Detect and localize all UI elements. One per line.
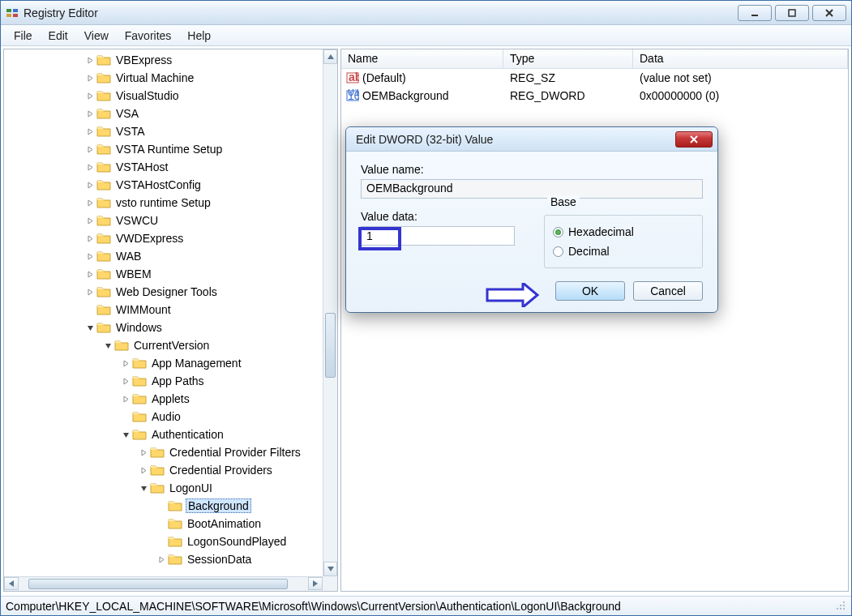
folder-icon: [168, 499, 182, 512]
list-row[interactable]: 01101001OEMBackgroundREG_DWORD0x00000000…: [341, 87, 848, 105]
scroll-left-arrow[interactable]: [4, 577, 19, 590]
tree-item-label: CurrentVersion: [132, 339, 211, 352]
tree-item-label: VSWCU: [114, 214, 160, 227]
expander-closed-icon[interactable]: [85, 162, 95, 172]
expander-closed-icon[interactable]: [139, 447, 148, 457]
tree-item[interactable]: VSTA Runtime Setup: [4, 140, 323, 158]
expander-closed-icon[interactable]: [85, 55, 95, 65]
tree-vscrollbar[interactable]: [323, 49, 337, 576]
minimize-button[interactable]: [738, 5, 772, 21]
scroll-down-arrow[interactable]: [323, 562, 337, 576]
expander-none: [156, 519, 166, 528]
expander-none: [121, 412, 131, 421]
menu-favorites[interactable]: Favorites: [118, 28, 178, 44]
expander-closed-icon[interactable]: [121, 376, 131, 386]
tree-item-label: SessionData: [186, 553, 253, 566]
column-data[interactable]: Data: [633, 49, 848, 68]
svg-text:1001: 1001: [348, 89, 359, 102]
tree-hscrollbar[interactable]: [4, 576, 323, 591]
expander-closed-icon[interactable]: [85, 251, 95, 261]
scroll-up-arrow[interactable]: [323, 49, 337, 64]
dialog-titlebar[interactable]: Edit DWORD (32-bit) Value: [346, 127, 717, 152]
tree-item[interactable]: VSTAHost: [4, 158, 323, 176]
tree-item[interactable]: VSWCU: [4, 212, 323, 229]
list-body[interactable]: ab(Default)REG_SZ(value not set)01101001…: [341, 69, 848, 105]
tree-item[interactable]: VSA: [4, 105, 323, 122]
expander-closed-icon[interactable]: [85, 91, 95, 101]
expander-closed-icon[interactable]: [85, 180, 95, 190]
column-name[interactable]: Name: [341, 49, 503, 68]
value-data-input[interactable]: [361, 226, 515, 246]
tree-item[interactable]: VSTAHostConfig: [4, 176, 323, 194]
tree-item[interactable]: LogonUI: [4, 479, 323, 497]
menu-view[interactable]: View: [78, 28, 115, 44]
tree-item[interactable]: App Management: [4, 354, 323, 372]
tree-item[interactable]: SessionData: [4, 550, 323, 568]
tree-item[interactable]: Audio: [4, 408, 323, 426]
expander-closed-icon[interactable]: [85, 73, 95, 83]
tree-item[interactable]: BootAnimation: [4, 515, 323, 533]
expander-closed-icon[interactable]: [85, 287, 95, 297]
expander-open-icon[interactable]: [85, 323, 95, 332]
base-group: Hexadecimal Decimal: [544, 215, 703, 268]
tree-item[interactable]: CurrentVersion: [4, 336, 323, 354]
folder-icon: [96, 143, 111, 156]
resize-grip[interactable]: [833, 598, 846, 614]
tree-item[interactable]: VSTA: [4, 122, 323, 140]
expander-open-icon[interactable]: [103, 340, 113, 350]
tree-item[interactable]: App Paths: [4, 372, 323, 390]
scroll-thumb-h[interactable]: [28, 579, 288, 589]
expander-closed-icon[interactable]: [156, 554, 166, 564]
tree-item[interactable]: VWDExpress: [4, 229, 323, 247]
column-type[interactable]: Type: [503, 49, 633, 68]
expander-closed-icon[interactable]: [85, 109, 95, 118]
menu-help[interactable]: Help: [181, 28, 217, 44]
value-name: OEMBackground: [362, 89, 449, 102]
tree-item[interactable]: VisualStudio: [4, 87, 323, 105]
expander-closed-icon[interactable]: [85, 216, 95, 225]
ok-button[interactable]: OK: [555, 281, 625, 301]
close-button[interactable]: [812, 5, 846, 21]
expander-open-icon[interactable]: [139, 483, 148, 493]
menu-edit[interactable]: Edit: [42, 28, 75, 44]
menu-file[interactable]: File: [7, 28, 39, 44]
tree-item[interactable]: Background: [4, 497, 323, 515]
expander-closed-icon[interactable]: [121, 394, 131, 404]
dialog-body: Value name: OEMBackground Value data: Ba…: [346, 152, 717, 312]
tree-item[interactable]: VBExpress: [4, 51, 323, 69]
string-value-icon: ab: [346, 71, 359, 84]
tree-item-label: VSTA: [114, 125, 147, 138]
expander-closed-icon[interactable]: [121, 358, 131, 368]
tree-item[interactable]: WAB: [4, 247, 323, 265]
dialog-close-button[interactable]: [675, 131, 713, 148]
tree-item[interactable]: Credential Providers: [4, 461, 323, 479]
expander-closed-icon[interactable]: [85, 233, 95, 243]
scroll-thumb[interactable]: [325, 313, 336, 378]
tree-item[interactable]: Applets: [4, 390, 323, 408]
tree-item[interactable]: WIMMount: [4, 301, 323, 319]
tree-item[interactable]: Windows: [4, 319, 323, 336]
svg-rect-2: [6, 14, 11, 17]
radio-dec[interactable]: Decimal: [553, 242, 694, 261]
radio-hex[interactable]: Hexadecimal: [553, 222, 694, 242]
expander-closed-icon[interactable]: [85, 269, 95, 279]
folder-icon: [150, 446, 165, 459]
tree-item[interactable]: Credential Provider Filters: [4, 443, 323, 461]
scroll-right-arrow[interactable]: [308, 577, 323, 590]
tree-item[interactable]: WBEM: [4, 265, 323, 283]
expander-closed-icon[interactable]: [85, 126, 95, 136]
tree-item[interactable]: Authentication: [4, 426, 323, 443]
tree-item[interactable]: LogonSoundPlayed: [4, 533, 323, 550]
tree-item[interactable]: Virtual Machine: [4, 69, 323, 87]
maximize-button[interactable]: [775, 5, 809, 21]
expander-open-icon[interactable]: [121, 430, 131, 439]
cancel-button[interactable]: Cancel: [633, 281, 703, 301]
folder-icon: [150, 464, 165, 477]
expander-closed-icon[interactable]: [85, 144, 95, 154]
expander-closed-icon[interactable]: [85, 198, 95, 207]
list-row[interactable]: ab(Default)REG_SZ(value not set): [341, 69, 848, 87]
tree-item[interactable]: Web Designer Tools: [4, 283, 323, 301]
expander-closed-icon[interactable]: [139, 465, 148, 475]
tree-body[interactable]: VBExpressVirtual MachineVisualStudioVSAV…: [4, 49, 323, 576]
tree-item[interactable]: vsto runtime Setup: [4, 194, 323, 212]
